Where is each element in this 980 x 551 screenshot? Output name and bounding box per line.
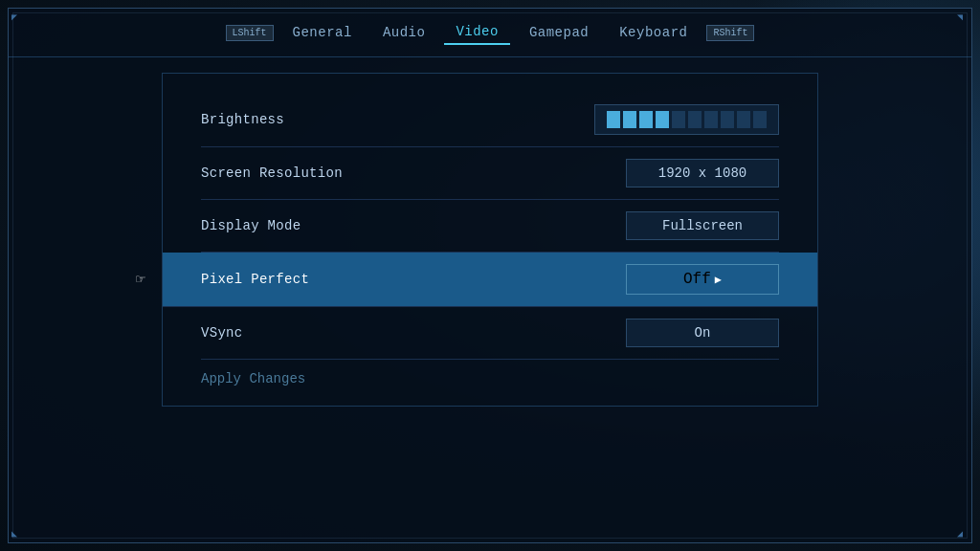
tab-keyboard[interactable]: Keyboard (608, 21, 699, 44)
corner-tr-decoration: ◥ (957, 11, 969, 23)
brightness-seg-9 (737, 111, 750, 128)
display-mode-value[interactable]: Fullscreen (626, 211, 779, 240)
vsync-label: VSync (201, 325, 243, 341)
brightness-seg-3 (639, 111, 653, 128)
display-mode-label: Display Mode (201, 218, 301, 233)
rshift-key: RShift (706, 25, 754, 41)
brightness-seg-1 (607, 111, 620, 128)
corner-br-decoration: ◢ (957, 528, 969, 540)
content-panel-wrapper: Brightness (85, 73, 895, 407)
brightness-seg-5 (672, 111, 685, 128)
screen-resolution-value[interactable]: 1920 x 1080 (626, 159, 779, 187)
lshift-key: LShift (226, 25, 274, 41)
brightness-label: Brightness (201, 112, 284, 127)
pixel-perfect-label: Pixel Perfect (201, 272, 309, 287)
tab-audio[interactable]: Audio (371, 21, 437, 44)
tab-general[interactable]: General (281, 21, 364, 44)
brightness-seg-10 (753, 111, 767, 128)
vsync-value[interactable]: On (626, 319, 779, 347)
content-panel: Brightness (162, 73, 818, 407)
tab-gamepad[interactable]: Gamepad (518, 21, 600, 44)
settings-body: Brightness (163, 74, 817, 406)
brightness-seg-6 (688, 111, 702, 128)
screen-resolution-row: Screen Resolution 1920 x 1080 (201, 147, 779, 200)
display-mode-row: Display Mode Fullscreen (201, 200, 779, 253)
corner-bl-decoration: ◣ (11, 528, 23, 540)
pixel-perfect-row[interactable]: ☞ Pixel Perfect Off ▶ (163, 253, 817, 307)
corner-tl-decoration: ◤ (11, 11, 23, 23)
pixel-perfect-value: Off (683, 271, 711, 288)
vsync-row: VSync On (201, 307, 779, 360)
brightness-seg-8 (721, 111, 734, 128)
main-panel: ◤ ◥ ◣ ◢ LShift General Audio Video Gamep… (8, 8, 972, 543)
tab-video[interactable]: Video (444, 20, 510, 45)
apply-changes-label[interactable]: Apply Changes (201, 371, 305, 386)
brightness-seg-7 (704, 111, 718, 128)
screen-resolution-label: Screen Resolution (201, 165, 343, 181)
tab-bar: LShift General Audio Video Gamepad Keybo… (9, 9, 971, 57)
arrow-right-icon: ▶ (715, 273, 722, 287)
brightness-seg-2 (623, 111, 636, 128)
apply-changes-row: Apply Changes (201, 360, 779, 386)
brightness-row: Brightness (201, 93, 779, 147)
brightness-control[interactable] (594, 104, 779, 135)
brightness-seg-4 (656, 111, 669, 128)
cursor-icon: ☞ (136, 270, 145, 289)
pixel-perfect-value-container[interactable]: Off ▶ (626, 264, 779, 295)
